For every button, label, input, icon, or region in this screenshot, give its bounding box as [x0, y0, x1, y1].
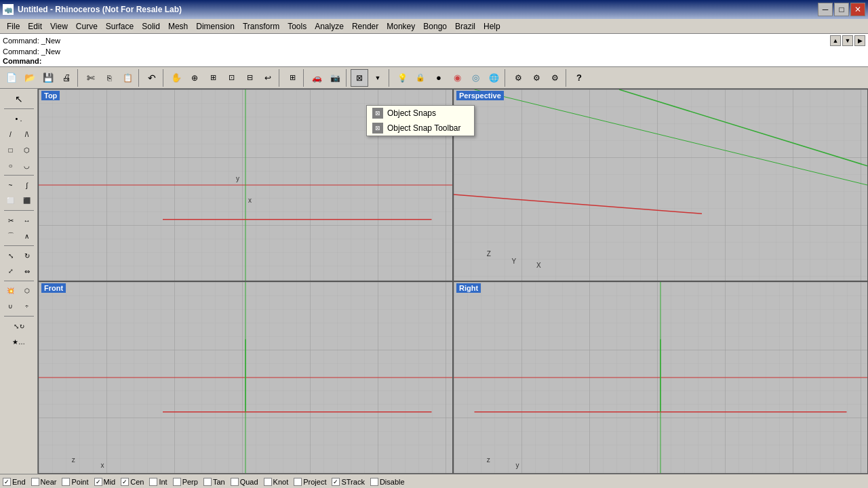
mat3-btn[interactable]: ◎ — [467, 69, 484, 87]
snap-checkbox-project[interactable] — [294, 478, 302, 486]
split-btn[interactable]: ÷ — [19, 299, 35, 314]
scale-btn[interactable]: ⤢ — [3, 264, 18, 279]
viewport-btn[interactable]: ⊞ — [283, 69, 301, 87]
light-btn[interactable]: 💡 — [393, 69, 411, 87]
menu-item-curve[interactable]: Curve — [72, 20, 102, 33]
menu-item-transform[interactable]: Transform — [239, 20, 283, 33]
settings-btn[interactable]: ⚙ — [528, 69, 545, 87]
new-file-button[interactable]: 📄 — [3, 69, 20, 87]
snap-checkbox-mid[interactable] — [94, 478, 102, 486]
zoom-ext-button[interactable]: ⊟ — [241, 69, 258, 87]
zoom-back-button[interactable]: ↩ — [259, 69, 277, 87]
freeform-btn[interactable]: ~ — [3, 178, 18, 192]
cmd-arrow-dn[interactable]: ▼ — [842, 35, 853, 46]
paste-button[interactable]: 📋 — [119, 69, 136, 87]
group-btn[interactable]: ⬡ — [19, 283, 35, 298]
line-btn[interactable]: / — [3, 127, 18, 142]
rotate-btn[interactable]: ↻ — [19, 248, 35, 263]
help-btn[interactable]: ? — [570, 69, 588, 87]
snap-checkbox-knot[interactable] — [264, 478, 272, 486]
snap-item-end: End — [3, 478, 26, 486]
render-preview-btn[interactable]: 🚗 — [308, 69, 326, 87]
options-btn[interactable]: ⚙ — [509, 69, 527, 87]
snap-checkbox-tan[interactable] — [203, 478, 212, 486]
snap-checkbox-disable[interactable] — [370, 478, 378, 486]
pt-btn[interactable]: • . — [3, 111, 35, 126]
mat2-btn[interactable]: ◉ — [448, 69, 466, 87]
command-input[interactable] — [41, 57, 177, 65]
menu-item-analyze[interactable]: Analyze — [311, 20, 348, 33]
mat1-btn[interactable]: ● — [430, 69, 448, 87]
snap-dropdown-btn[interactable]: ▼ — [369, 69, 387, 87]
polyline-btn[interactable]: /\ — [19, 127, 35, 142]
menu-item-help[interactable]: Help — [479, 20, 505, 33]
menu-item-file[interactable]: File — [3, 20, 24, 33]
move-btn[interactable]: ⤡ — [3, 248, 18, 263]
explode-btn[interactable]: 💥 — [3, 283, 18, 298]
menu-item-brazil[interactable]: Brazil — [451, 20, 479, 33]
title-controls[interactable]: ─ □ ✕ — [818, 3, 865, 16]
select-btn[interactable]: ↖ — [3, 92, 35, 106]
arc-btn[interactable]: ◡ — [19, 158, 35, 173]
close-button[interactable]: ✕ — [850, 3, 865, 16]
cmd-arrow-up[interactable]: ▲ — [830, 35, 841, 46]
join-btn[interactable]: ∪ — [3, 299, 18, 314]
menu-item-view[interactable]: View — [46, 20, 72, 33]
open-button[interactable]: 📂 — [21, 69, 39, 87]
object-snaps-item[interactable]: ⊠ Object Snaps — [367, 106, 474, 121]
osnap-toggle-btn[interactable]: ⊠ — [351, 69, 368, 87]
curve-btn[interactable]: ∫ — [19, 178, 35, 192]
menu-item-dimension[interactable]: Dimension — [192, 20, 239, 33]
menu-item-edit[interactable]: Edit — [24, 20, 46, 33]
menu-item-solid[interactable]: Solid — [138, 20, 164, 33]
trim-btn[interactable]: ✂ — [3, 213, 18, 228]
rect-btn[interactable]: □ — [3, 142, 18, 157]
cut-button[interactable]: ✄ — [82, 69, 100, 87]
snap-checkbox-point[interactable] — [62, 478, 70, 486]
camera-btn[interactable]: 📷 — [326, 69, 344, 87]
surface-btn[interactable]: ⬜ — [3, 193, 18, 208]
menu-item-monkey[interactable]: Monkey — [382, 20, 419, 33]
mirror-btn[interactable]: ⇔ — [19, 264, 35, 279]
viewport-perspective[interactable]: Perspective Z — [453, 89, 868, 281]
menu-item-bongo[interactable]: Bongo — [419, 20, 451, 33]
copy-button[interactable]: ⎘ — [100, 69, 118, 87]
snap-checkbox-quad[interactable] — [231, 478, 239, 486]
circle-btn[interactable]: ○ — [3, 158, 18, 173]
zoom-sel-button[interactable]: ⊡ — [222, 69, 240, 87]
fillet-btn[interactable]: ⌒ — [3, 228, 18, 243]
menu-item-mesh[interactable]: Mesh — [164, 20, 192, 33]
snap-checkbox-perp[interactable] — [173, 478, 181, 486]
cmd-arrow-rt[interactable]: ▶ — [854, 35, 865, 46]
print-button[interactable]: 🖨 — [58, 69, 75, 87]
patch-btn[interactable]: ⬛ — [19, 193, 35, 208]
restore-button[interactable]: □ — [834, 3, 849, 16]
menu-item-surface[interactable]: Surface — [102, 20, 138, 33]
snap-label-project: Project — [303, 478, 326, 486]
snap-item-point: Point — [62, 478, 88, 486]
snap-checkbox-int[interactable] — [149, 478, 157, 486]
zoom-win-button[interactable]: ⊞ — [204, 69, 222, 87]
snap-checkbox-cen[interactable] — [121, 478, 129, 486]
menu-item-tools[interactable]: Tools — [283, 20, 311, 33]
undo-button[interactable]: ↶ — [143, 69, 161, 87]
save-button[interactable]: 💾 — [39, 69, 57, 87]
extend-btn[interactable]: ↔ — [19, 213, 35, 228]
snap-checkbox-strack[interactable] — [332, 478, 340, 486]
poly-btn[interactable]: ⬡ — [19, 142, 35, 157]
globe-btn[interactable]: 🌐 — [485, 69, 502, 87]
zoom-all-button[interactable]: ⊕ — [186, 69, 203, 87]
viewport-right[interactable]: Right z y — [453, 281, 868, 474]
properties-btn[interactable]: ⚙ — [546, 69, 564, 87]
lock-btn[interactable]: 🔒 — [412, 69, 429, 87]
snap-checkbox-near[interactable] — [31, 478, 39, 486]
minimize-button[interactable]: ─ — [818, 3, 833, 16]
viewport-front[interactable]: Front — [38, 281, 453, 474]
analyze-btn[interactable]: ★… — [3, 334, 35, 349]
object-snap-toolbar-item[interactable]: ⊠ Object Snap Toolbar — [367, 121, 474, 136]
menu-item-render[interactable]: Render — [348, 20, 382, 33]
pan-button[interactable]: ✋ — [167, 69, 185, 87]
transform-btn[interactable]: ⤡↻ — [3, 319, 35, 333]
snap-checkbox-end[interactable] — [3, 478, 11, 486]
chamfer-btn[interactable]: ∧ — [19, 228, 35, 243]
